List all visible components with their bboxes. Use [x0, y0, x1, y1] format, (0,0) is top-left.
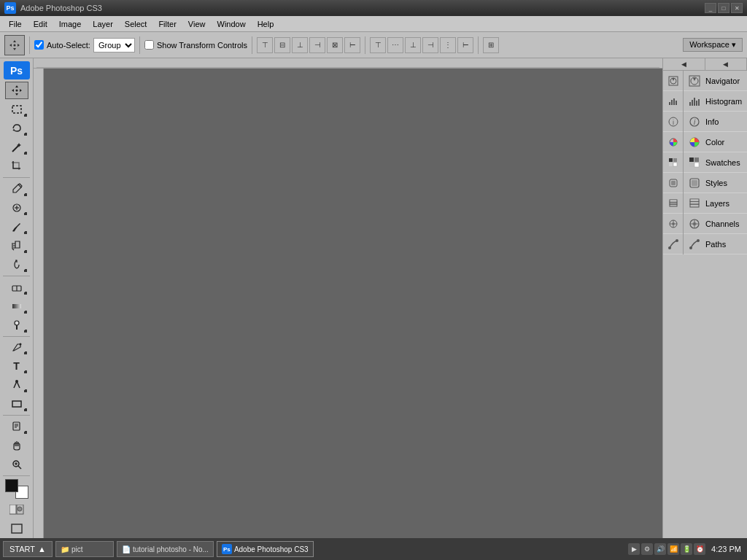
info-panel-item[interactable]: i Info — [684, 112, 747, 132]
channels-icon-btn[interactable] — [663, 214, 683, 234]
path-selection-tool[interactable] — [5, 376, 28, 394]
move-tool[interactable] — [5, 82, 28, 99]
type-tool[interactable]: T — [5, 357, 28, 375]
move-tool-btn[interactable] — [4, 35, 25, 55]
photoshop-taskbar-item[interactable]: Ps Adobe Photoshop CS3 — [217, 541, 314, 557]
svg-text:i: i — [694, 118, 696, 126]
color-label: Color — [705, 138, 724, 147]
taskbar-tray: ▶ ⚙ 🔊 📶 🔋 ⏰ 4:23 PM — [628, 543, 744, 555]
menu-image[interactable]: Image — [53, 18, 88, 30]
menu-layer[interactable]: Layer — [87, 18, 119, 30]
notes-tool[interactable] — [5, 418, 28, 435]
styles-icon-btn[interactable] — [663, 173, 683, 193]
navigator-panel-item[interactable]: Navigator — [684, 71, 747, 91]
svg-rect-57 — [696, 101, 697, 106]
dist-bottom-btn[interactable]: ⊥ — [405, 37, 421, 53]
show-transform-checkbox[interactable] — [144, 40, 154, 50]
svg-rect-56 — [694, 98, 695, 106]
lasso-tool[interactable] — [5, 120, 28, 137]
layers-panel-item[interactable]: Layers — [684, 193, 747, 214]
maximize-button[interactable]: □ — [718, 3, 729, 13]
histogram-panel-item[interactable]: Histogram — [684, 91, 747, 112]
tool-sep-4 — [3, 415, 30, 416]
navigator-icon-btn[interactable] — [663, 71, 683, 91]
pict-taskbar-item[interactable]: 📁 pict — [55, 541, 114, 557]
menu-view[interactable]: View — [182, 18, 212, 30]
tray-icon-1[interactable]: ▶ — [628, 543, 640, 555]
svg-line-3 — [12, 146, 18, 152]
svg-line-20 — [18, 466, 21, 469]
auto-select-checkbox[interactable] — [34, 40, 44, 50]
dist-right-btn[interactable]: ⊢ — [457, 37, 473, 53]
menu-select[interactable]: Select — [119, 18, 153, 30]
eraser-tool[interactable] — [5, 279, 28, 296]
menu-file[interactable]: File — [3, 18, 28, 30]
tutorial-label: tutorial photosho - No... — [133, 545, 209, 553]
clone-stamp-tool[interactable] — [5, 237, 28, 254]
tray-icon-6[interactable]: ⏰ — [694, 543, 705, 555]
hand-tool[interactable] — [5, 437, 28, 454]
tray-icon-2[interactable]: ⚙ — [641, 543, 653, 555]
panel-col-collapse-2[interactable]: ◀ — [705, 58, 748, 70]
channels-panel-item[interactable]: Channels — [684, 214, 747, 234]
color-panel-item[interactable]: Color — [684, 132, 747, 152]
start-button[interactable]: START ▲ — [3, 541, 53, 557]
auto-align-btn[interactable]: ⊞ — [483, 37, 499, 53]
rectangular-marquee-tool[interactable] — [5, 101, 28, 118]
canvas-area — [34, 58, 662, 538]
healing-brush-tool[interactable] — [5, 199, 28, 217]
history-brush-tool[interactable] — [5, 256, 28, 273]
screen-mode-btn[interactable] — [5, 520, 28, 537]
pen-tool[interactable] — [5, 338, 28, 356]
tray-icon-5[interactable]: 🔋 — [681, 543, 692, 555]
brush-tool[interactable] — [5, 218, 28, 236]
eyedropper-tool[interactable] — [5, 180, 28, 198]
layers-icon-btn[interactable] — [663, 193, 683, 214]
rectangle-tool[interactable] — [5, 395, 28, 413]
quick-mask-btn[interactable] — [5, 501, 28, 518]
align-left-btn[interactable]: ⊣ — [309, 37, 325, 53]
main-area: Ps — [0, 58, 747, 538]
panel-col-collapse-1[interactable]: ◀ — [663, 58, 705, 70]
window-controls: _ □ ✕ — [705, 3, 743, 13]
menu-window[interactable]: Window — [212, 18, 252, 30]
magic-wand-tool[interactable] — [5, 139, 28, 156]
align-right-btn[interactable]: ⊢ — [344, 37, 360, 53]
ps-taskbar-icon: Ps — [222, 544, 232, 554]
paths-panel-item[interactable]: Paths — [684, 234, 747, 254]
paths-icon-btn[interactable] — [663, 234, 683, 254]
dist-top-btn[interactable]: ⊤ — [370, 37, 386, 53]
histogram-icon-btn[interactable] — [663, 91, 683, 112]
tutorial-taskbar-item[interactable]: 📄 tutorial photosho - No... — [117, 541, 214, 557]
zoom-tool[interactable] — [5, 456, 28, 473]
info-icon-btn[interactable]: i — [663, 112, 683, 132]
align-vcenter-btn[interactable]: ⊟ — [274, 37, 290, 53]
align-bottom-btn[interactable]: ⊥ — [292, 37, 308, 53]
align-top-btn[interactable]: ⊤ — [257, 37, 273, 53]
svg-point-50 — [668, 246, 671, 249]
color-icon-btn[interactable] — [663, 132, 683, 152]
color-swatches[interactable] — [5, 479, 28, 499]
auto-select-dropdown[interactable]: Group Layer — [93, 38, 135, 52]
align-hcenter-btn[interactable]: ⊠ — [327, 37, 343, 53]
gradient-tool[interactable] — [5, 298, 28, 315]
tray-icon-4[interactable]: 📶 — [667, 543, 679, 555]
workspace-button[interactable]: Workspace ▾ — [683, 38, 743, 52]
menu-help[interactable]: Help — [252, 18, 280, 30]
styles-panel-item[interactable]: Styles — [684, 173, 747, 193]
menu-edit[interactable]: Edit — [28, 18, 53, 30]
menu-filter[interactable]: Filter — [152, 18, 182, 30]
swatches-panel-item[interactable]: Swatches — [684, 152, 747, 173]
swatches-icon-btn[interactable] — [663, 152, 683, 173]
tray-icon-3[interactable]: 🔊 — [654, 543, 666, 555]
dist-left-btn[interactable]: ⊣ — [422, 37, 438, 53]
ruler-horizontal — [34, 58, 662, 69]
dist-hcenter-btn[interactable]: ⋮ — [440, 37, 456, 53]
svg-rect-26 — [12, 524, 22, 533]
workspace-label: Workspace ▾ — [689, 40, 736, 50]
dist-vcenter-btn[interactable]: ⋯ — [387, 37, 403, 53]
minimize-button[interactable]: _ — [705, 3, 716, 13]
dodge-tool[interactable] — [5, 316, 28, 334]
close-button[interactable]: ✕ — [731, 3, 743, 13]
crop-tool[interactable] — [5, 158, 28, 175]
